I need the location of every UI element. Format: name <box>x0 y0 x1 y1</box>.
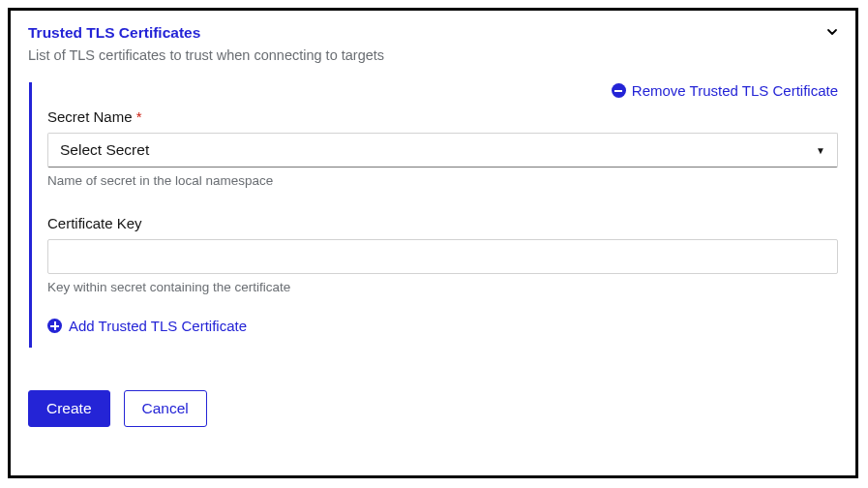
add-certificate-button[interactable]: Add Trusted TLS Certificate <box>47 318 838 334</box>
minus-circle-icon <box>612 83 626 98</box>
caret-down-icon: ▼ <box>816 145 825 156</box>
action-buttons: Create Cancel <box>28 390 838 427</box>
create-button[interactable]: Create <box>28 390 110 427</box>
certificate-key-input[interactable] <box>47 239 838 274</box>
plus-circle-icon <box>47 319 62 333</box>
add-certificate-label: Add Trusted TLS Certificate <box>69 318 247 334</box>
section-description: List of TLS certificates to trust when c… <box>28 47 838 63</box>
trusted-tls-panel: Trusted TLS Certificates List of TLS cer… <box>8 8 858 478</box>
cancel-button[interactable]: Cancel <box>124 390 207 427</box>
remove-row: Remove Trusted TLS Certificate <box>47 82 838 99</box>
chevron-down-icon[interactable] <box>826 26 838 41</box>
section-header: Trusted TLS Certificates <box>28 24 838 42</box>
secret-name-selected-value: Select Secret <box>60 141 816 159</box>
secret-name-hint: Name of secret in the local namespace <box>47 173 838 188</box>
section-title: Trusted TLS Certificates <box>28 24 200 42</box>
remove-certificate-button[interactable]: Remove Trusted TLS Certificate <box>612 82 838 99</box>
certificate-form-block: Remove Trusted TLS Certificate Secret Na… <box>29 82 838 348</box>
required-asterisk: * <box>136 108 142 125</box>
remove-certificate-label: Remove Trusted TLS Certificate <box>632 82 838 99</box>
secret-name-select[interactable]: Select Secret ▼ <box>47 133 838 168</box>
secret-name-label: Secret Name * <box>47 108 838 125</box>
certificate-key-label: Certificate Key <box>47 215 838 231</box>
certificate-key-hint: Key within secret containing the certifi… <box>47 280 838 294</box>
